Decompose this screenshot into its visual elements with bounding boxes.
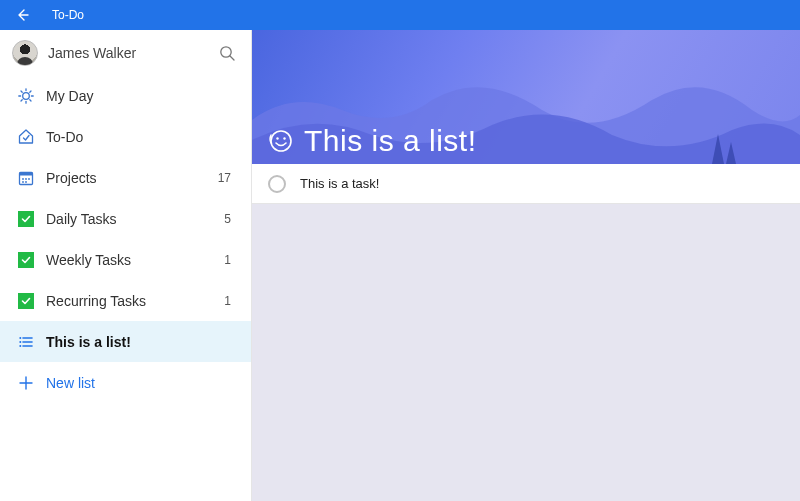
sun-icon xyxy=(16,87,36,105)
new-list-label: New list xyxy=(46,375,235,391)
svg-rect-3 xyxy=(20,172,33,175)
sidebar-item-todo[interactable]: To-Do xyxy=(0,116,251,157)
list-header: This is a list! xyxy=(252,30,800,164)
back-arrow-icon xyxy=(15,7,31,23)
main-area: This is a list! This is a task! xyxy=(252,30,800,501)
new-list-button[interactable]: New list xyxy=(0,362,251,403)
list-icon xyxy=(16,334,36,350)
sidebar-item-count: 1 xyxy=(224,253,235,267)
task-title: This is a task! xyxy=(300,176,379,191)
search-icon xyxy=(218,44,236,62)
svg-point-5 xyxy=(25,178,27,180)
sidebar-item-projects[interactable]: Projects 17 xyxy=(0,157,251,198)
sidebar-item-count: 5 xyxy=(224,212,235,226)
svg-point-9 xyxy=(19,337,21,339)
search-button[interactable] xyxy=(215,41,239,65)
sidebar-item-label: To-Do xyxy=(46,129,231,145)
sidebar-item-daily-tasks[interactable]: Daily Tasks 5 xyxy=(0,198,251,239)
calendar-icon xyxy=(16,170,36,186)
avatar xyxy=(12,40,38,66)
task-list: This is a task! xyxy=(252,164,800,204)
svg-point-4 xyxy=(22,178,24,180)
sidebar-item-my-day[interactable]: My Day xyxy=(0,75,251,116)
svg-point-8 xyxy=(25,181,27,183)
svg-point-15 xyxy=(276,137,278,139)
smiley-icon xyxy=(268,128,294,154)
list-title[interactable]: This is a list! xyxy=(304,124,477,158)
sidebar-item-label: Recurring Tasks xyxy=(46,293,224,309)
app-title: To-Do xyxy=(46,8,84,22)
sidebar-item-label: Projects xyxy=(46,170,218,186)
task-checkbox[interactable] xyxy=(268,175,286,193)
svg-point-16 xyxy=(283,137,285,139)
green-check-icon xyxy=(16,252,36,268)
back-button[interactable] xyxy=(0,0,46,30)
sidebar-item-count: 17 xyxy=(218,171,235,185)
task-row[interactable]: This is a task! xyxy=(252,164,800,204)
sidebar-item-label: Weekly Tasks xyxy=(46,252,224,268)
svg-point-10 xyxy=(19,341,21,343)
sidebar-item-weekly-tasks[interactable]: Weekly Tasks 1 xyxy=(0,239,251,280)
svg-point-11 xyxy=(19,345,21,347)
home-check-icon xyxy=(16,128,36,146)
svg-point-14 xyxy=(271,131,291,151)
svg-point-1 xyxy=(23,92,30,99)
list-collection: My Day To-Do Projects 17 xyxy=(0,75,251,501)
green-check-icon xyxy=(16,211,36,227)
sidebar-item-label: This is a list! xyxy=(46,334,231,350)
svg-point-6 xyxy=(28,178,30,180)
green-check-icon xyxy=(16,293,36,309)
titlebar: To-Do xyxy=(0,0,800,30)
svg-point-7 xyxy=(22,181,24,183)
plus-icon xyxy=(16,375,36,391)
profile-row[interactable]: James Walker xyxy=(0,30,251,75)
sidebar: James Walker My Day To-Do xyxy=(0,30,252,501)
sidebar-item-label: My Day xyxy=(46,88,231,104)
sidebar-item-recurring-tasks[interactable]: Recurring Tasks 1 xyxy=(0,280,251,321)
sidebar-item-this-is-a-list[interactable]: This is a list! xyxy=(0,321,251,362)
username: James Walker xyxy=(48,45,215,61)
sidebar-item-count: 1 xyxy=(224,294,235,308)
sidebar-item-label: Daily Tasks xyxy=(46,211,224,227)
